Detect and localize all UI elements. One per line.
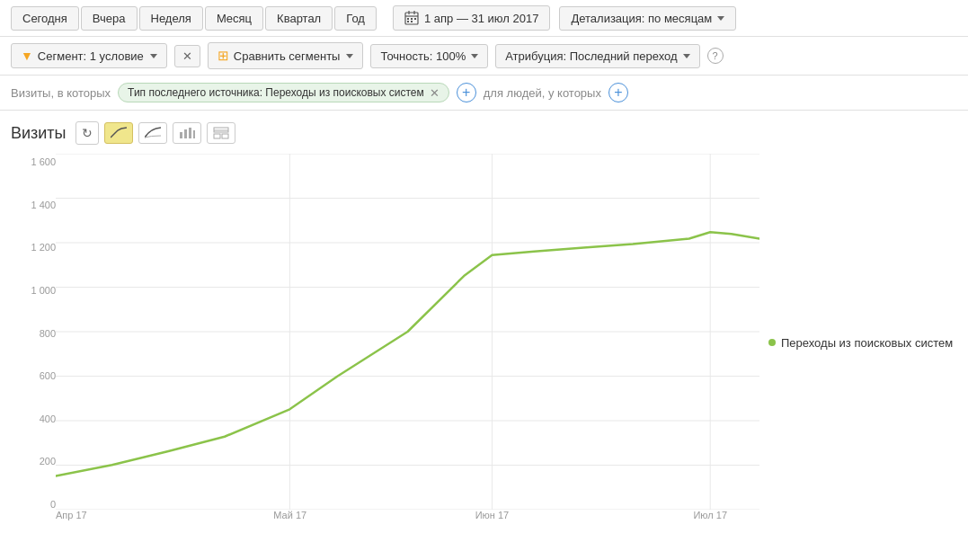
svg-rect-13 [214, 134, 220, 138]
svg-rect-12 [193, 130, 195, 138]
x-label-apr: Апр 17 [56, 510, 87, 520]
chart-wrapper: 1 600 1 400 1 200 1 000 800 600 400 200 … [11, 154, 957, 531]
top-bar: Сегодня Вчера Неделя Месяц Квартал Год 1… [0, 0, 968, 37]
date-range-button[interactable]: 1 апр — 31 июл 2017 [393, 5, 550, 31]
date-range-label: 1 апр — 31 июл 2017 [424, 12, 538, 25]
x-label-jun: Июн 17 [475, 510, 510, 520]
for-people-label: для людей, у которых [484, 86, 601, 100]
y-label-1400: 1 400 [31, 200, 56, 210]
period-week[interactable]: Неделя [139, 6, 203, 31]
y-label-600: 600 [40, 371, 56, 381]
refresh-button[interactable]: ↻ [75, 121, 99, 145]
svg-rect-11 [189, 128, 191, 138]
accuracy-label: Точность: 100% [380, 49, 466, 63]
segment-chevron-icon [150, 54, 157, 58]
segment-row: Визиты, в которых Тип последнего источни… [0, 76, 968, 111]
svg-rect-14 [222, 134, 228, 138]
segment-button[interactable]: ▼ Сегмент: 1 условие [11, 43, 167, 68]
chart-section: Визиты ↻ [0, 111, 968, 531]
legend-item: Переходы из поисковых систем [768, 336, 953, 350]
svg-rect-5 [411, 18, 413, 20]
chart-tools: ↻ [75, 121, 235, 145]
add-condition-button[interactable]: + [457, 83, 476, 102]
y-label-800: 800 [40, 329, 56, 339]
accuracy-button[interactable]: Точность: 100% [370, 44, 488, 68]
y-label-1200: 1 200 [31, 243, 56, 253]
help-icon[interactable]: ? [707, 48, 724, 64]
svg-rect-9 [180, 132, 182, 138]
line-chart-icon [111, 127, 127, 139]
filter-bar: ▼ Сегмент: 1 условие ✕ ⊞ Сравнить сегмен… [0, 37, 968, 76]
chart-title: Визиты [11, 124, 67, 143]
x-axis: Апр 17 Май 17 Июн 17 Июл 17 [56, 510, 759, 531]
attribution-button[interactable]: Атрибуция: Последний переход [495, 44, 699, 68]
chart-draw-area: Апр 17 Май 17 Июн 17 Июл 17 [56, 154, 759, 531]
detail-label: Детализация: по месяцам [571, 12, 712, 25]
attribution-chevron-icon [683, 54, 690, 58]
segment-tag: Тип последнего источника: Переходы из по… [118, 83, 449, 102]
bar-chart-button[interactable] [173, 122, 201, 144]
x-label-may: Май 17 [273, 510, 306, 520]
chart-title-row: Визиты ↻ [11, 121, 957, 145]
y-label-1000: 1 000 [31, 286, 56, 296]
period-quarter[interactable]: Квартал [265, 6, 333, 31]
legend-area: Переходы из поисковых систем [759, 154, 957, 531]
chart-line [56, 232, 759, 476]
y-label-400: 400 [40, 414, 56, 424]
filter-icon: ▼ [21, 49, 33, 63]
x-label-jul: Июл 17 [693, 510, 727, 520]
y-label-1600: 1 600 [31, 157, 56, 167]
bar-chart-icon [179, 127, 195, 139]
chart-svg [56, 154, 759, 510]
svg-rect-10 [184, 129, 187, 138]
segment-tag-text: Тип последнего источника: Переходы из по… [128, 86, 424, 99]
chart-y-axis: 1 600 1 400 1 200 1 000 800 600 400 200 … [11, 154, 56, 531]
compare-segments-button[interactable]: ⊞ Сравнить сегменты [208, 42, 364, 69]
smooth-chart-button[interactable] [138, 122, 167, 144]
svg-rect-7 [407, 21, 409, 22]
line-chart-button[interactable] [104, 122, 133, 144]
compare-label: Сравнить сегменты [234, 49, 341, 63]
segment-label: Сегмент: 1 условие [38, 49, 144, 63]
add-people-button[interactable]: + [608, 83, 628, 102]
legend-label: Переходы из поисковых систем [781, 336, 953, 350]
svg-rect-8 [411, 21, 413, 22]
table-button[interactable] [207, 122, 235, 144]
period-month[interactable]: Месяц [205, 6, 263, 31]
period-today[interactable]: Сегодня [11, 6, 79, 31]
compare-chevron-icon [346, 54, 353, 58]
y-label-200: 200 [40, 457, 56, 467]
detail-button[interactable]: Детализация: по месяцам [559, 6, 736, 31]
period-year[interactable]: Год [334, 6, 377, 31]
refresh-icon: ↻ [82, 126, 93, 140]
segment-close-button[interactable]: ✕ [174, 45, 200, 67]
period-yesterday[interactable]: Вчера [81, 6, 138, 31]
segment-prefix-label: Визиты, в которых [11, 86, 111, 100]
table-icon [213, 127, 229, 139]
calendar-icon [404, 11, 419, 25]
svg-rect-4 [407, 18, 409, 20]
svg-rect-6 [414, 18, 416, 20]
tag-close-button[interactable]: ✕ [430, 87, 440, 99]
attribution-label: Атрибуция: Последний переход [505, 49, 677, 63]
chevron-down-icon [717, 16, 724, 21]
accuracy-chevron-icon [471, 54, 478, 58]
smooth-chart-icon [145, 127, 161, 139]
legend-dot [768, 339, 776, 346]
compare-icon: ⊞ [218, 48, 229, 64]
